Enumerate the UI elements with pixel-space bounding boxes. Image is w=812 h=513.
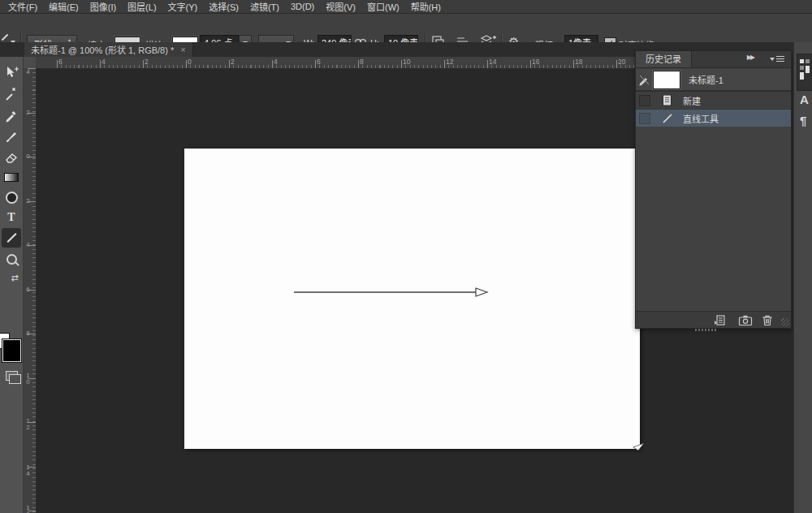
ruler-label: 18	[575, 58, 582, 66]
ruler-label: 14	[24, 463, 32, 476]
eyedropper-tool[interactable]	[2, 106, 21, 125]
menu-type[interactable]: 文字(Y)	[168, 0, 198, 13]
line-tool-icon	[662, 112, 673, 125]
history-state-checkbox[interactable]	[639, 113, 650, 124]
move-tool[interactable]	[2, 63, 21, 83]
history-panel-footer	[636, 311, 791, 328]
document-tab-title: 未标题-1 @ 100% (形状 1, RGB/8) *	[31, 43, 174, 56]
menu-file[interactable]: 文件(F)	[8, 0, 37, 13]
menu-view[interactable]: 视图(V)	[326, 0, 356, 13]
snapshot-thumbnail[interactable]	[653, 71, 680, 89]
snapshot-label: 未标题-1	[689, 73, 723, 86]
history-brush-source-icon[interactable]	[638, 73, 651, 86]
tool-options-bar: 形状 ▲▼ 填充: 描边: 4.96 点 W: 249 像素 H: 10 像素	[0, 14, 812, 43]
history-state-checkbox[interactable]	[639, 95, 650, 106]
ruler-label: 2	[24, 109, 32, 115]
ruler-label: 16	[24, 504, 32, 513]
menu-3d[interactable]: 3D(D)	[291, 2, 314, 11]
ruler-label: 6	[58, 58, 63, 66]
eraser-tool[interactable]	[2, 148, 21, 167]
horizontal-ruler[interactable]: 6 4 2 0 2 4 6 8 10 12 14 16 18 20	[36, 57, 635, 69]
document-icon	[662, 94, 673, 107]
menu-bar: 文件(F) 编辑(E) 图像(I) 图层(L) 文字(Y) 选择(S) 滤镜(T…	[0, 0, 812, 14]
menu-layer[interactable]: 图层(L)	[127, 0, 156, 13]
document-tab[interactable]: 未标题-1 @ 100% (形状 1, RGB/8) * ×	[24, 42, 193, 57]
document-canvas[interactable]	[184, 149, 640, 449]
menu-edit[interactable]: 编辑(E)	[49, 0, 79, 13]
vertical-ruler[interactable]: 4 2 0 2 4 6 8 10 12 14 16	[23, 68, 37, 513]
panel-menu-icon[interactable]	[770, 56, 784, 62]
swap-colors-icon[interactable]: ⇄	[5, 268, 24, 287]
menu-window[interactable]: 窗口(W)	[367, 0, 400, 13]
delete-state-trash-icon[interactable]	[761, 314, 774, 326]
magic-wand-tool[interactable]	[2, 84, 21, 104]
expanded-panel-indicator[interactable]	[797, 54, 812, 91]
history-state-row[interactable]: 新建	[636, 92, 791, 110]
history-state-row[interactable]: 直线工具	[636, 110, 791, 127]
line-tool[interactable]	[2, 228, 21, 248]
gradient-tool[interactable]	[2, 167, 21, 187]
close-icon[interactable]: ×	[180, 45, 185, 54]
ruler-label: 8	[360, 58, 364, 66]
ruler-label: 0	[24, 153, 32, 159]
ruler-label: 4	[274, 58, 278, 66]
panel-dock-strip: A ¶	[793, 42, 812, 513]
character-panel-icon[interactable]: A	[800, 93, 809, 106]
history-state-label: 直线工具	[683, 112, 719, 125]
ruler-label: 6	[317, 58, 321, 66]
photoshop-window: 文件(F) 编辑(E) 图像(I) 图层(L) 文字(Y) 选择(S) 滤镜(T…	[0, 0, 812, 513]
paragraph-panel-icon[interactable]: ¶	[800, 114, 806, 127]
dodge-tool[interactable]	[2, 188, 21, 207]
collapse-panel-icon[interactable]: ▶▶	[747, 54, 754, 61]
ruler-label: 8	[24, 330, 32, 336]
ruler-label: 4	[24, 68, 32, 75]
arrow-shape	[288, 284, 491, 300]
menu-image[interactable]: 图像(I)	[90, 0, 116, 13]
ruler-label: 2	[145, 58, 149, 66]
ruler-label: 10	[24, 372, 32, 385]
new-document-from-state-icon[interactable]	[714, 314, 728, 326]
zoom-tool[interactable]	[2, 249, 21, 269]
ruler-label: 16	[532, 58, 539, 66]
ruler-label: 2	[24, 197, 32, 204]
type-tool[interactable]: T	[2, 208, 21, 227]
ruler-label: 14	[489, 58, 496, 66]
ruler-label: 12	[24, 417, 32, 430]
menu-filter[interactable]: 滤镜(T)	[250, 0, 279, 13]
screen-mode-icon[interactable]	[6, 371, 18, 381]
mouse-cursor	[633, 440, 646, 453]
menu-select[interactable]: 选择(S)	[209, 0, 239, 13]
brush-tool[interactable]	[2, 127, 21, 146]
history-panel: 历史记录 ▶▶ 未标题-1 新建 直线工具	[635, 50, 792, 329]
foreground-color-swatch[interactable]	[2, 339, 21, 362]
ruler-label: 4	[24, 241, 32, 248]
ruler-label: 10	[403, 58, 410, 66]
ruler-origin-corner[interactable]	[23, 57, 37, 69]
tools-panel: T ⇄	[0, 57, 24, 513]
ruler-label: 6	[24, 286, 32, 292]
ruler-label: 0	[188, 58, 192, 66]
panel-drag-handle[interactable]	[695, 329, 716, 331]
ruler-label: 20	[618, 58, 625, 66]
ruler-label: 4	[102, 58, 106, 66]
history-snapshot-row[interactable]: 未标题-1	[636, 69, 791, 92]
new-snapshot-camera-icon[interactable]	[738, 314, 753, 326]
tool-preset-icon[interactable]	[1, 37, 9, 38]
tab-history[interactable]: 历史记录	[636, 51, 692, 67]
ruler-label: 2	[231, 58, 235, 66]
ruler-label: 12	[446, 58, 453, 66]
history-state-label: 新建	[683, 94, 701, 107]
history-panel-header: 历史记录 ▶▶	[636, 51, 791, 68]
menu-help[interactable]: 帮助(H)	[411, 0, 441, 13]
panel-resize-grip[interactable]	[781, 318, 789, 326]
